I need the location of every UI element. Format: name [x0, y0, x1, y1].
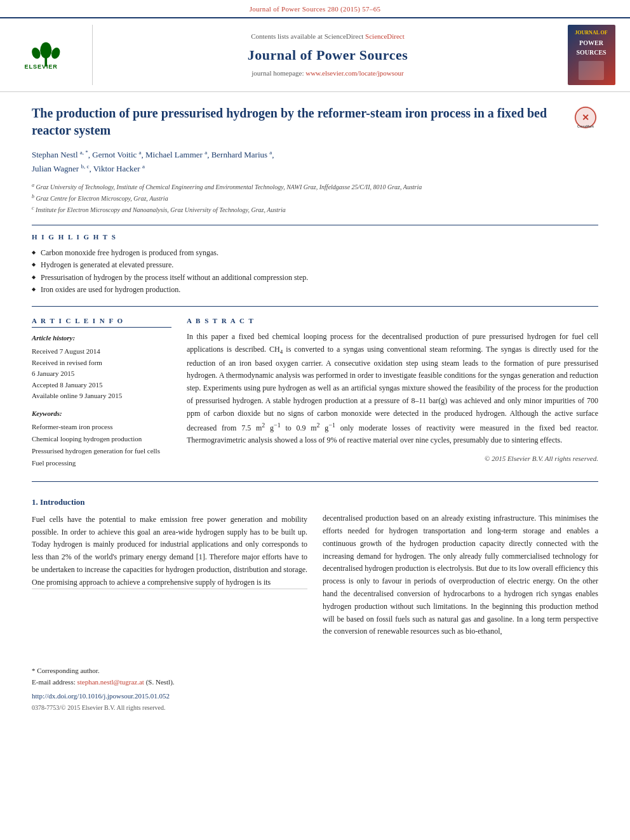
journal-title-area: Contents lists available at ScienceDirec…: [100, 25, 555, 85]
journal-header: ELSEVIER Contents lists available at Sci…: [0, 17, 630, 92]
journal-homepage: journal homepage: www.elsevier.com/locat…: [251, 68, 403, 79]
intro-col-right: decentralised production based on an alr…: [323, 490, 598, 712]
journal-citation: Journal of Power Sources 280 (2015) 57–6…: [0, 0, 630, 17]
intro-body-cols: 1. Introduction Fuel cells have the pote…: [32, 490, 598, 712]
introduction-section: 1. Introduction Fuel cells have the pote…: [32, 481, 598, 712]
doi-url[interactable]: http://dx.doi.org/10.1016/j.jpowsour.201…: [32, 692, 170, 700]
svg-text:✕: ✕: [582, 112, 589, 123]
highlight-item-2: Hydrogen is generated at elevated pressu…: [32, 259, 598, 271]
article-title: The production of pure pressurised hydro…: [32, 105, 598, 139]
elsevier-logo-area: ELSEVIER: [10, 25, 93, 85]
intro-heading: 1. Introduction: [32, 490, 307, 509]
authors: Stephan Nestl a, *, Gernot Voitic a, Mic…: [32, 148, 598, 176]
crossmark-badge: ✕ CrossMark: [573, 105, 598, 130]
footnote-email: E-mail address: stephan.nestl@tugraz.at …: [32, 677, 307, 688]
affiliations: a Graz University of Technology, Institu…: [32, 181, 598, 216]
svg-point-2: [30, 46, 41, 60]
copyright-notice: © 2015 Elsevier B.V. All rights reserved…: [187, 453, 598, 464]
svg-text:CrossMark: CrossMark: [577, 124, 594, 128]
main-content: The production of pure pressurised hydro…: [0, 92, 630, 726]
intro-text-left: Fuel cells have the potential to make em…: [32, 514, 307, 589]
divider-1: [32, 225, 598, 225]
svg-point-3: [50, 46, 61, 60]
article-info-heading: A R T I C L E I N F O: [32, 316, 171, 328]
history-received: Received 7 August 2014: [32, 346, 171, 357]
history-online: Available online 9 January 2015: [32, 390, 171, 402]
history-revised-date: 6 January 2015: [32, 368, 171, 380]
footnote-corresponding: * Corresponding author.: [32, 665, 307, 677]
history-accepted: Accepted 8 January 2015: [32, 380, 171, 391]
divider-2: [32, 306, 598, 307]
journal-thumbnail: JOURNAL OF POWER SOURCES: [563, 25, 620, 85]
keyword-1: Reformer-steam iron process: [32, 421, 171, 433]
abstract-text: In this paper a fixed bed chemical loopi…: [187, 331, 598, 447]
journal-cover-thumb: JOURNAL OF POWER SOURCES: [568, 25, 615, 85]
info-abstract-cols: A R T I C L E I N F O Article history: R…: [32, 316, 598, 469]
intro-col-left: 1. Introduction Fuel cells have the pote…: [32, 490, 307, 712]
highlight-item-4: Iron oxides are used for hydrogen produc…: [32, 284, 598, 296]
sciencedirect-link: Contents lists available at ScienceDirec…: [251, 31, 405, 42]
footnote-area: * Corresponding author. E-mail address: …: [32, 589, 307, 712]
abstract-col: A B S T R A C T In this paper a fixed be…: [187, 316, 598, 469]
highlights-section: H I G H L I G H T S Carbon monoxide free…: [32, 232, 598, 296]
svg-point-1: [40, 42, 51, 58]
highlights-heading: H I G H L I G H T S: [32, 232, 598, 243]
footnote-email-link[interactable]: stephan.nestl@tugraz.at: [77, 678, 144, 686]
abstract-heading: A B S T R A C T: [187, 316, 598, 326]
history-revised-label: Received in revised form: [32, 357, 171, 369]
journal-title: Journal of Power Sources: [248, 44, 408, 65]
issn-line: 0378-7753/© 2015 Elsevier B.V. All right…: [32, 703, 307, 712]
svg-text:ELSEVIER: ELSEVIER: [24, 63, 57, 70]
intro-text-right: decentralised production based on an alr…: [323, 490, 598, 638]
keyword-2: Chemical looping hydrogen production: [32, 433, 171, 445]
homepage-url[interactable]: www.elsevier.com/locate/jpowsour: [305, 69, 403, 77]
article-info-col: A R T I C L E I N F O Article history: R…: [32, 316, 171, 469]
keywords-label: Keywords:: [32, 408, 171, 419]
keyword-3: Pressurised hydrogen generation for fuel…: [32, 445, 171, 457]
doi-link: http://dx.doi.org/10.1016/j.jpowsour.201…: [32, 691, 307, 702]
elsevier-logo: ELSEVIER: [16, 39, 79, 70]
highlight-item-1: Carbon monoxide free hydrogen is produce…: [32, 247, 598, 259]
highlight-item-3: Pressurisation of hydrogen by the proces…: [32, 272, 598, 284]
keyword-4: Fuel processing: [32, 457, 171, 469]
sciencedirect-url[interactable]: ScienceDirect: [365, 32, 405, 40]
history-label: Article history:: [32, 333, 171, 343]
